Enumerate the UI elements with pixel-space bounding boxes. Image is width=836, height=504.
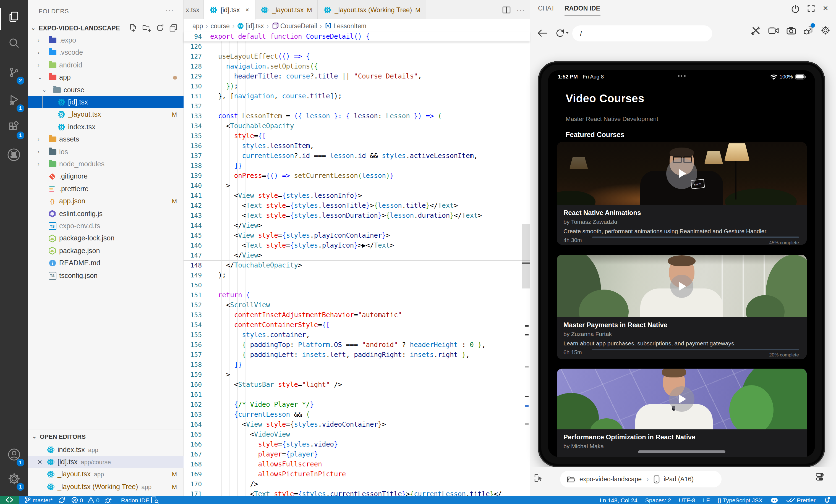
close-icon[interactable]: ✕ — [35, 459, 44, 466]
copilot-icon[interactable] — [770, 497, 779, 503]
tree-item-android[interactable]: › android — [27, 59, 184, 71]
play-icon[interactable] — [669, 386, 695, 412]
remote-indicator[interactable] — [0, 496, 19, 504]
screenshot-camera-icon[interactable] — [786, 26, 796, 35]
formatter-item[interactable]: Prettier — [786, 497, 816, 503]
tree-item-eslint.config.js[interactable]: eslint.config.js — [27, 208, 184, 220]
tree-item-expo-env.d.ts[interactable]: TS expo-env.d.ts — [27, 220, 184, 232]
open-editor-_layout.tsx[interactable]: _layout.tsx app M — [27, 468, 184, 481]
debug-tools-icon[interactable] — [803, 25, 813, 35]
notifications-bell-icon[interactable] — [823, 496, 831, 503]
close-icon[interactable]: × — [245, 6, 249, 14]
tree-item-[id].tsx[interactable]: [id].tsx — [27, 96, 184, 108]
tree-item-course[interactable]: ⌄ course — [27, 84, 184, 96]
open-editor-[id].tsx[interactable]: ✕ [id].tsx app/course — [27, 456, 184, 468]
code-line-163: 163 {currentLesson && ( — [184, 409, 530, 420]
play-icon[interactable] — [670, 274, 694, 297]
tree-item-package-lock.json[interactable]: JS package-lock.json — [27, 232, 184, 245]
open-editor-_layout.tsx (Working Tree)[interactable]: _layout.tsx (Working Tree) app M — [27, 481, 184, 493]
tab-x.tsx[interactable]: x.tsx — [184, 0, 204, 19]
tree-item-.expo[interactable]: › .expo — [27, 34, 184, 46]
newfile-icon[interactable] — [129, 24, 137, 32]
home-indicator[interactable] — [638, 450, 725, 453]
tab-_layout.tsx (Working Tree)[interactable]: _layout.tsx (Working Tree) M — [318, 0, 426, 19]
tree-item-app[interactable]: ⌄ app — [27, 71, 184, 83]
tree-item-README.md[interactable]: i README.md — [27, 257, 184, 269]
activity-source-control-icon[interactable]: 2 — [0, 59, 27, 86]
ipad-screen[interactable]: 1:52 PM Fri Aug 8 100% Video Courses Mas… — [548, 70, 815, 457]
encoding[interactable]: UTF-8 — [679, 497, 695, 503]
inspect-icon[interactable] — [534, 473, 543, 482]
breadcrumb-course[interactable]: course — [211, 22, 230, 29]
course-card[interactable]: Master Payments in React Native by Zuzan… — [557, 255, 807, 359]
tree-item-ios[interactable]: › ios — [27, 146, 184, 158]
breadcrumb-LessonItem[interactable]: LessonItem — [325, 22, 366, 29]
tab-chat[interactable]: CHAT — [538, 5, 555, 12]
react-icon — [46, 458, 55, 466]
dev-tools-icon[interactable] — [751, 25, 761, 35]
cursor-position[interactable]: Ln 148, Col 24 — [600, 497, 638, 503]
modified-badge: M — [172, 483, 177, 490]
tree-item-.gitignore[interactable]: .gitignore — [27, 171, 184, 183]
debug-status-icon[interactable] — [105, 497, 112, 503]
project-label: EXPO-VIDEO-LANDSCAPE — [39, 25, 120, 32]
tree-item-tsconfig.json[interactable]: TS tsconfig.json — [27, 269, 184, 282]
code-line-167: 167 player={player} — [184, 449, 530, 459]
tree-item-assets[interactable]: › assets — [27, 133, 184, 146]
tree-item-package.json[interactable]: JS package.json — [27, 245, 184, 257]
activity-run-debug-icon[interactable]: 1 — [0, 87, 27, 113]
folders-more-icon[interactable]: ··· — [165, 5, 174, 14]
breadcrumb-app[interactable]: app — [192, 22, 203, 29]
indentation[interactable]: Spaces: 2 — [645, 497, 671, 503]
sticky-scroll-line[interactable]: 94export default function CourseDetail()… — [184, 32, 530, 41]
back-button[interactable] — [537, 29, 548, 38]
newfolder-icon[interactable] — [142, 24, 151, 32]
split-editor-icon[interactable] — [502, 5, 511, 14]
url-bar[interactable]: / — [572, 25, 712, 41]
settings-gear-icon[interactable] — [820, 25, 831, 35]
tree-item-app.json[interactable]: {} app.json M — [27, 195, 184, 207]
play-icon[interactable] — [666, 158, 697, 189]
activity-explorer-icon[interactable] — [0, 3, 27, 30]
activity-settings-icon[interactable]: 1 — [0, 465, 27, 492]
tree-item-node_modules[interactable]: › node_modules — [27, 158, 184, 170]
tree-item-.prettierrc[interactable]: .prettierrc — [27, 183, 184, 195]
activity-search-icon[interactable] — [0, 30, 27, 56]
activity-github-icon[interactable] — [0, 141, 27, 168]
breadcrumb-[id].tsx[interactable]: [id].tsx — [237, 22, 264, 29]
activity-account-icon[interactable]: 1 — [0, 441, 27, 467]
tree-item-_layout.tsx[interactable]: _layout.tsx M — [27, 109, 184, 121]
collapse-icon[interactable] — [169, 24, 177, 32]
tree-item-.vscode[interactable]: › .vscode — [27, 47, 184, 59]
course-card[interactable]: swm React Native Animations by Tomasz Za… — [557, 142, 807, 245]
open-editor-index.tsx[interactable]: index.tsx app — [27, 444, 184, 456]
code-editor[interactable]: 126127 useLayoutEffect(() => {128 naviga… — [184, 41, 530, 496]
breadcrumb-CourseDetail[interactable]: CourseDetail — [271, 22, 317, 29]
language-mode[interactable]: {} TypeScript JSX — [717, 497, 762, 503]
sync-icon[interactable] — [58, 497, 66, 503]
more-actions-icon[interactable]: ··· — [516, 5, 525, 14]
branch-item[interactable]: master* — [24, 496, 53, 503]
code-line-166: 166 style={styles.video} — [184, 439, 530, 449]
ruler-decoration — [525, 334, 529, 335]
tab-radon-ide[interactable]: RADON IDE — [565, 5, 600, 16]
tree-item-label: index.tsx — [68, 123, 95, 131]
device-settings-toggles-icon[interactable] — [816, 472, 826, 481]
refresh-icon[interactable] — [156, 24, 164, 32]
open-editors-header[interactable]: ⌄ OPEN EDITORS — [27, 431, 184, 442]
close-icon[interactable]: ✕ — [823, 4, 828, 13]
course-card[interactable]: Performance Optimization in React Native… — [557, 369, 807, 457]
editor-scrollbar[interactable] — [522, 224, 530, 289]
tree-item-index.tsx[interactable]: index.tsx — [27, 121, 184, 133]
reload-button[interactable] — [556, 29, 570, 38]
fullscreen-icon[interactable] — [807, 4, 815, 13]
tab-[id].tsx[interactable]: [id].tsx × — [204, 0, 255, 20]
record-video-icon[interactable] — [768, 26, 779, 35]
eol[interactable]: LF — [703, 497, 710, 503]
power-icon[interactable] — [791, 4, 799, 13]
tab-_layout.tsx[interactable]: _layout.tsx M — [255, 0, 318, 19]
activity-extensions-icon[interactable]: 1 — [0, 114, 27, 140]
device-select-pill[interactable]: expo-video-landscape › iPad (A16) — [560, 471, 722, 487]
radon-ide-status-item[interactable]: Radon IDE — [121, 496, 159, 503]
problems-item[interactable]: 00 — [71, 497, 99, 503]
